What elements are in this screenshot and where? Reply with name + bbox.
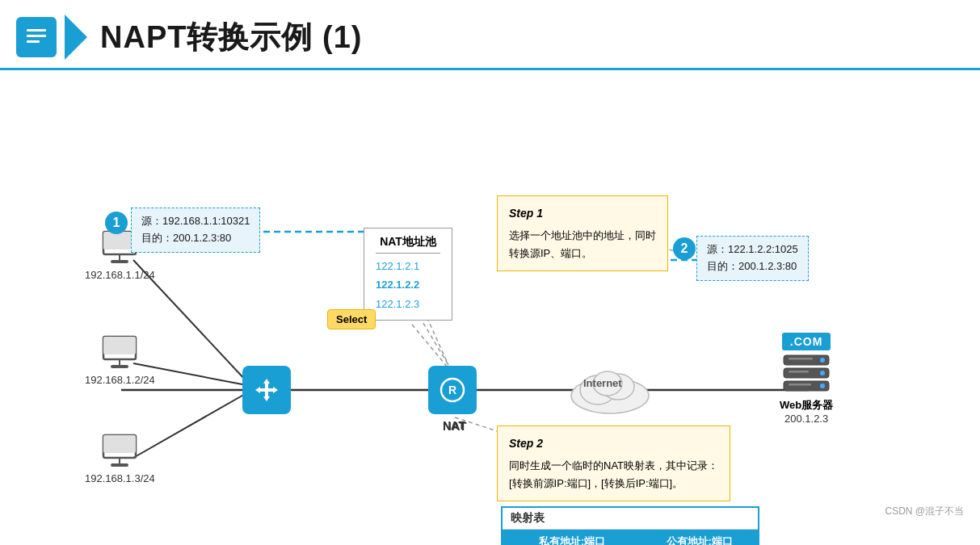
nat-router: R	[428, 366, 477, 414]
svg-rect-27	[111, 463, 128, 467]
step1-box: Step 1 选择一个地址池中的地址，同时转换源IP、端口。	[497, 195, 668, 271]
info2-line2: 目的：200.1.2.3:80	[707, 258, 798, 275]
step2-title: Step 2	[509, 434, 718, 454]
watermark: CSDN @混子不当	[885, 505, 964, 518]
svg-text:R: R	[448, 384, 456, 396]
select-badge: Select	[327, 309, 376, 329]
header-icon	[16, 17, 57, 57]
internet-label: Internet	[583, 377, 622, 389]
computer-2: 192.168.1.2/24	[85, 335, 155, 386]
mapping-table: 私有地址:端口 公有地址:端口 192.168.1.1:10321 122.1.…	[503, 530, 758, 545]
mapping-table-title: 映射表	[503, 508, 758, 530]
web-server-label: Web服务器	[780, 398, 833, 413]
nat-pool-box: NAT地址池 122.1.2.1 122.1.2.2 122.1.2.3	[364, 228, 452, 321]
diagram-area: 192.168.1.1/24 192.168.1.2/24 192.168.1.…	[0, 70, 980, 526]
nat-pool-ip-3: 122.1.2.3	[376, 295, 440, 313]
bubble-1: 1	[105, 212, 128, 234]
step2-text: 同时生成一个临时的NAT映射表，其中记录：[转换前源IP:端口]，[转换后IP:…	[509, 457, 718, 493]
nat-pool-ip-1: 122.1.2.1	[376, 257, 440, 275]
mapping-table-container: 映射表 私有地址:端口 公有地址:端口 192.168.1.1:10321 12…	[501, 506, 759, 545]
svg-rect-21	[103, 337, 136, 354]
svg-rect-19	[111, 260, 128, 263]
info1-line1: 源：192.168.1.1:10321	[141, 213, 250, 230]
nat-device-label: NAT	[443, 419, 467, 433]
info1-line2: 目的：200.1.2.3:80	[141, 230, 250, 247]
switch-device	[242, 366, 291, 414]
svg-rect-0	[27, 29, 46, 31]
internet-cloud: Internet	[566, 351, 654, 419]
mapping-table-header-1: 私有地址:端口	[503, 530, 641, 546]
info-label-1: 源：192.168.1.1:10321 目的：200.1.2.3:80	[131, 208, 260, 253]
mapping-table-header-2: 公有地址:端口	[641, 530, 758, 546]
info2-line1: 源：122.1.2.2:1025	[707, 241, 798, 258]
svg-point-37	[820, 358, 825, 363]
svg-rect-23	[111, 365, 128, 368]
svg-point-39	[820, 384, 825, 388]
nat-pool-ip-2-selected: 122.1.2.2	[376, 275, 440, 294]
svg-rect-42	[789, 384, 811, 386]
header-arrow	[65, 15, 87, 60]
svg-point-38	[820, 371, 825, 375]
nat-pool-title: NAT地址池	[376, 235, 440, 249]
step1-text: 选择一个地址池中的地址，同时转换源IP、端口。	[509, 227, 656, 262]
svg-rect-25	[103, 435, 136, 453]
svg-rect-1	[27, 35, 46, 37]
bubble-2: 2	[673, 237, 696, 260]
svg-rect-2	[27, 40, 40, 43]
web-server-ip: 200.1.2.3	[784, 413, 828, 425]
com-badge: .COM	[782, 333, 831, 350]
header: NAPT转换示例 (1)	[0, 0, 980, 70]
step2-box: Step 2 同时生成一个临时的NAT映射表，其中记录：[转换前源IP:端口]，…	[497, 426, 730, 501]
web-server: .COM Web服务器 200.1.2.3	[780, 333, 833, 425]
step1-title: Step 1	[509, 204, 656, 224]
info-label-2: 源：122.1.2.2:1025 目的：200.1.2.3:80	[696, 236, 809, 281]
svg-rect-40	[789, 358, 813, 360]
svg-rect-41	[789, 371, 809, 373]
computer-3: 192.168.1.3/24	[85, 434, 155, 484]
page-title: NAPT转换示例 (1)	[100, 17, 362, 58]
